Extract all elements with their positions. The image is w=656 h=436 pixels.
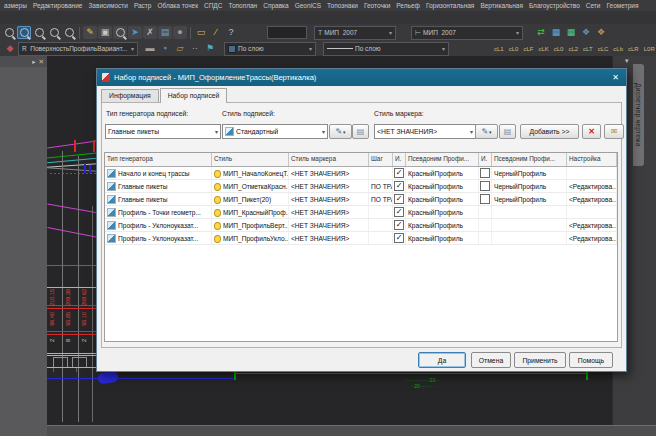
properties-icon[interactable]: ▣	[98, 26, 112, 39]
menu-item[interactable]: Зависимости	[85, 2, 130, 9]
column-header[interactable]: Тип генератора	[105, 153, 212, 166]
layer-manager-icon[interactable]: ◆	[3, 42, 17, 55]
table-style-icon[interactable]: ▦	[549, 26, 563, 39]
polyline-icon[interactable]: ∕	[209, 26, 223, 39]
menu-item[interactable]: Облака точек	[154, 2, 201, 9]
edit-marker-style-button[interactable]: ✎▾	[475, 124, 498, 139]
table-row[interactable]: Профиль - Точки геометр...МИП_КрасныйПро…	[105, 206, 617, 219]
layer-walk-icon[interactable]: ⚑	[203, 42, 217, 55]
column-header[interactable]: Настройка	[567, 153, 617, 166]
visibility-checkbox[interactable]	[480, 168, 490, 178]
menu-item[interactable]: Вертикальная	[477, 2, 526, 9]
zoom-dynamic-icon[interactable]	[32, 26, 46, 39]
preview-label-style-button[interactable]: ▤	[352, 124, 369, 139]
menu-item[interactable]: Благоустройство	[526, 2, 583, 9]
layer-key-button[interactable]: cLT	[581, 43, 595, 55]
table-row[interactable]: Главные пикетыМИП_ОтметкаКрасн...<НЕТ ЗН…	[105, 180, 617, 193]
tools-icon[interactable]: ✗	[143, 26, 157, 39]
marker-style-select[interactable]: <НЕТ ЗНАЧЕНИЯ> ▾	[374, 124, 476, 139]
zoom-previous-icon[interactable]	[62, 26, 76, 39]
color-combo[interactable]: По слою▾	[224, 42, 316, 56]
palette-close-icon[interactable]: ✕	[39, 58, 44, 66]
column-header[interactable]: И.	[479, 153, 492, 166]
table-row[interactable]: Начало и конец трассыМИП_НачалоКонецТ...…	[105, 167, 617, 180]
table-row[interactable]: Профиль - Уклоноуказат...МИП_ПрофильВерт…	[105, 219, 617, 232]
menu-item[interactable]: Сети	[583, 2, 604, 9]
visibility-checkbox[interactable]: ✓	[394, 207, 404, 217]
layer-key-button[interactable]: cL0	[507, 43, 521, 55]
drawing-manager-tab[interactable]: Диспетчер чертежа	[633, 64, 644, 166]
table-row[interactable]: Главные пикетыМИП_Пикет(20)<НЕТ ЗНАЧЕНИЯ…	[105, 193, 617, 206]
help-icon[interactable]: ?	[224, 26, 238, 39]
layer-key-button[interactable]: cLR	[626, 43, 641, 55]
layer-key-button[interactable]: cLb	[611, 43, 625, 55]
menu-item[interactable]: Рельеф	[393, 2, 423, 9]
layer-isolate-icon[interactable]: ▪	[158, 42, 172, 55]
import-button[interactable]: ✉	[604, 124, 624, 139]
apply-button[interactable]: Применить	[514, 352, 566, 368]
visibility-checkbox[interactable]: ✓	[394, 168, 404, 178]
menu-item[interactable]: GeoniCS	[292, 2, 324, 9]
dialog-close-icon[interactable]: ✕	[610, 73, 621, 82]
globe-icon[interactable]: ●	[173, 26, 187, 39]
tab-label-set[interactable]: Набор подписей	[160, 88, 228, 103]
block-icon[interactable]: ❖	[579, 26, 593, 39]
layer-key-button[interactable]: cL2	[566, 43, 580, 55]
collapse-arrow-icon[interactable]: ▾	[625, 57, 629, 65]
edit-label-style-button[interactable]: ✎▾	[329, 124, 352, 139]
column-header[interactable]: И.	[393, 153, 406, 166]
visibility-checkbox[interactable]: ✓	[394, 220, 404, 230]
cancel-button[interactable]: Отмена	[471, 352, 511, 368]
layer-key-button[interactable]: cL1	[492, 43, 506, 55]
add-button[interactable]: Добавить >>	[520, 124, 579, 139]
quick-text-input[interactable]	[267, 26, 307, 39]
command-bar[interactable]	[47, 425, 656, 436]
layer-key-button[interactable]: cLF	[521, 43, 535, 55]
tab-information[interactable]: Информация	[101, 89, 159, 103]
book-icon[interactable]: ▤	[158, 26, 172, 39]
layer-folder-icon[interactable]: ▱	[173, 42, 187, 55]
layer-prev-icon[interactable]: ▬	[143, 42, 157, 55]
table-row[interactable]: Профиль - Уклоноуказат...МИП_ПрофильУкло…	[105, 232, 617, 245]
layer-key-button[interactable]: cLC	[596, 43, 611, 55]
layer-key-button[interactable]: cLK	[536, 43, 550, 55]
palette-pin-icon[interactable]: ▸	[32, 58, 35, 66]
menu-item[interactable]: Растр	[131, 2, 155, 9]
column-header[interactable]: Псевдоним Профи...	[492, 153, 567, 166]
layer-key-button[interactable]: cL0	[552, 43, 566, 55]
layer-dots-icon[interactable]: ··	[188, 42, 202, 55]
delete-row-button[interactable]: ✕	[582, 124, 601, 139]
menu-item[interactable]: Геометрия	[603, 2, 641, 9]
layer-combo[interactable]: R_ПоверхностьПрофильВариант...▾	[18, 42, 138, 56]
menu-item[interactable]: Справка	[260, 2, 292, 9]
visibility-checkbox[interactable]: ✓	[394, 194, 404, 204]
dim-style-combo[interactable]: ⊢МИП_2007▾	[411, 26, 523, 40]
xref-icon[interactable]: ❖	[594, 26, 608, 39]
help-button[interactable]: Помощь	[569, 352, 613, 368]
linetype-combo[interactable]: По слою▾	[323, 42, 449, 56]
menu-item[interactable]: азмеры	[1, 2, 30, 9]
select-icon[interactable]: ➤	[128, 26, 142, 39]
column-header[interactable]: Стиль	[212, 153, 289, 166]
menu-item[interactable]: Горизонтальная	[423, 2, 477, 9]
ok-button[interactable]: Да	[418, 352, 466, 368]
column-header[interactable]: Псевдоним Профи...	[406, 153, 479, 166]
visibility-checkbox[interactable]	[480, 181, 490, 191]
table-insert-icon[interactable]: ▦	[564, 26, 578, 39]
menu-item[interactable]: Редактирование	[30, 2, 86, 9]
zoom-object-icon[interactable]	[47, 26, 61, 39]
dialog-titlebar[interactable]: Набор подписей - МИП_ОформлениеТрассы(Ве…	[97, 69, 626, 86]
text-style-combo[interactable]: TМИП_2007▾	[314, 26, 396, 40]
visibility-checkbox[interactable]	[480, 194, 490, 204]
zoom-window-icon[interactable]	[17, 26, 31, 39]
generator-type-select[interactable]: Главные пикеты ▾	[105, 124, 221, 139]
visibility-checkbox[interactable]: ✓	[394, 181, 404, 191]
column-header[interactable]: Шаг	[369, 153, 393, 166]
edit-label-icon[interactable]: ✎	[83, 26, 97, 39]
visibility-checkbox[interactable]: ✓	[394, 233, 404, 243]
preview-marker-style-button[interactable]: ▤	[499, 124, 516, 139]
zoom-realtime-icon[interactable]	[2, 26, 16, 39]
column-header[interactable]: Стиль маркера	[289, 153, 369, 166]
layer-key-button[interactable]: L0R	[642, 43, 656, 55]
menu-item[interactable]: Топознаки	[324, 2, 361, 9]
